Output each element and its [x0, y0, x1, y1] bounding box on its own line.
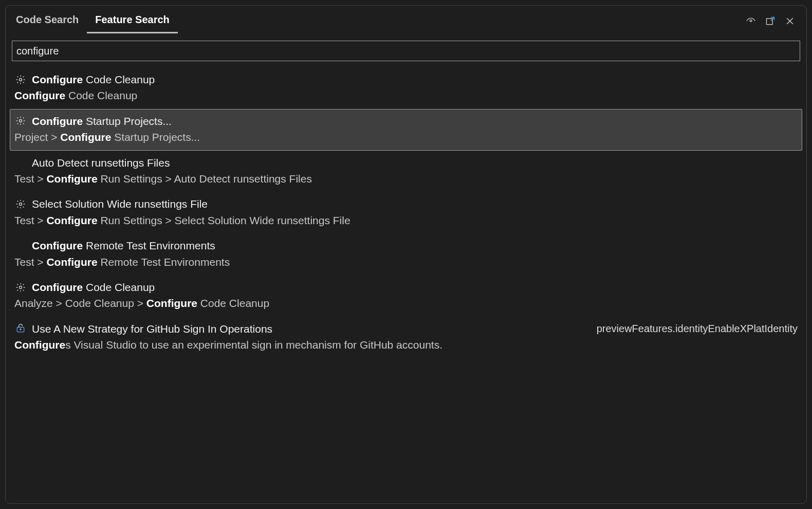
result-title: Configure Code Cleanup — [32, 72, 155, 87]
gear-icon — [14, 75, 27, 85]
result-title: Configure Code Cleanup — [32, 280, 155, 295]
result-title: Configure Startup Projects... — [32, 114, 172, 129]
preview-eye-icon[interactable] — [746, 16, 756, 26]
result-title: Use A New Strategy for GitHub Sign In Op… — [32, 321, 272, 336]
result-item[interactable]: Configure Code Cleanup Analyze > Code Cl… — [6, 275, 806, 317]
tab-bar: Code Search Feature Search — [8, 9, 178, 33]
result-description: Configures Visual Studio to use an exper… — [14, 337, 798, 352]
svg-point-4 — [20, 203, 22, 206]
result-title: Auto Detect runsettings Files — [32, 155, 170, 170]
svg-point-0 — [750, 20, 752, 22]
close-icon[interactable] — [785, 16, 795, 26]
preview-feature-icon — [14, 323, 27, 334]
feature-search-window: Code Search Feature Search — [5, 5, 807, 504]
result-path: Test > Configure Run Settings > Auto Det… — [14, 171, 798, 186]
result-path: Analyze > Code Cleanup > Configure Code … — [14, 296, 798, 311]
result-item[interactable]: Use A New Strategy for GitHub Sign In Op… — [6, 317, 806, 358]
result-path: Test > Configure Run Settings > Select S… — [14, 213, 798, 228]
search-container — [6, 33, 806, 64]
header-icons — [746, 16, 799, 26]
svg-point-2 — [20, 78, 22, 81]
result-path: Project > Configure Startup Projects... — [14, 130, 798, 144]
open-external-icon[interactable] — [765, 16, 776, 26]
svg-point-7 — [20, 329, 21, 330]
header: Code Search Feature Search — [6, 6, 806, 33]
result-title: Configure Remote Test Environments — [32, 238, 215, 253]
gear-icon — [14, 199, 27, 209]
results-list: Configure Code Cleanup Configure Code Cl… — [6, 64, 806, 503]
gear-icon — [14, 282, 27, 293]
result-item[interactable]: Configure Code Cleanup Configure Code Cl… — [6, 67, 806, 109]
result-item[interactable]: Configure Remote Test Environments Test … — [6, 233, 806, 275]
svg-point-3 — [20, 120, 22, 122]
tab-code-search[interactable]: Code Search — [8, 9, 87, 33]
result-item[interactable]: Select Solution Wide runsettings File Te… — [6, 192, 806, 233]
result-item[interactable]: Configure Startup Projects... Project > … — [10, 109, 802, 151]
result-extra: previewFeatures.identityEnableXPlatIdent… — [597, 321, 798, 336]
svg-point-5 — [20, 286, 22, 288]
result-path: Test > Configure Remote Test Environment… — [14, 254, 798, 269]
search-input[interactable] — [12, 41, 800, 61]
result-item[interactable]: Auto Detect runsettings Files Test > Con… — [6, 151, 806, 192]
tab-feature-search[interactable]: Feature Search — [87, 9, 178, 33]
result-path: Configure Code Cleanup — [14, 88, 798, 103]
result-title: Select Solution Wide runsettings File — [32, 196, 208, 211]
gear-icon — [14, 116, 27, 126]
